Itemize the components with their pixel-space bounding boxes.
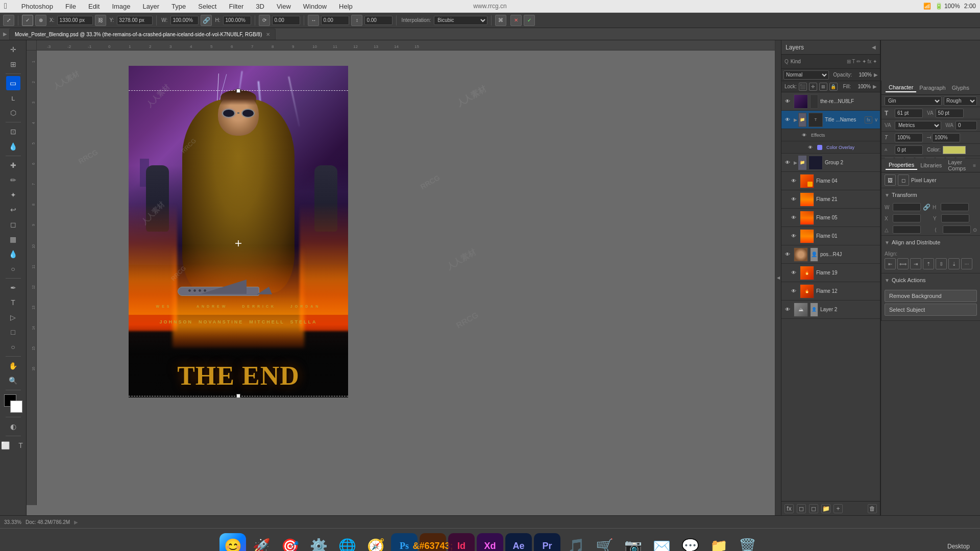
layer-item[interactable]: 👁 Flame 21 [781, 190, 880, 209]
transform-y-input[interactable] [941, 214, 969, 222]
align-hcenter-btn[interactable]: ⟺ [897, 258, 909, 269]
dock-after-effects[interactable]: Ae [505, 533, 532, 552]
add-adjustment-btn[interactable]: ◻ [797, 504, 806, 513]
dock-app-store[interactable]: 🛒 [591, 533, 618, 552]
panel-collapse-btn[interactable]: ◀ [775, 40, 781, 515]
active-tab[interactable]: Movie_Poster_Blending.psd @ 33.3% (the-r… [9, 29, 276, 40]
shape-tool[interactable]: □ [6, 325, 20, 339]
delete-layer-btn[interactable]: 🗑 [868, 504, 877, 513]
move-tool[interactable]: ✛ [6, 42, 20, 57]
menu-layer[interactable]: Layer [141, 3, 162, 10]
eye-visibility-btn[interactable]: 👁 [790, 214, 798, 222]
layer-item[interactable]: 👁 ▶ 📁 Group 2 [781, 154, 880, 172]
reset-transform-btn[interactable]: ⊙ [973, 227, 977, 233]
scale-h-input[interactable] [895, 133, 923, 142]
char-tab-paragraph[interactable]: Paragraph [916, 84, 948, 92]
align-vcenter-btn[interactable]: ⇳ [936, 258, 947, 269]
dock-premiere[interactable]: Pr [534, 533, 560, 552]
layer-item[interactable]: 👁 🔥 Flame 12 [781, 282, 880, 300]
font-style-select[interactable]: Rough Regular Bold [944, 96, 977, 106]
transform-skew-input[interactable] [943, 226, 971, 234]
dock-finder-2[interactable]: 📁 [705, 533, 732, 552]
link-xy-btn[interactable]: ⛓ [95, 15, 106, 26]
align-section-header[interactable]: ▼ Align and Distribute [881, 236, 980, 249]
artboard-tool[interactable]: ⊞ [6, 57, 20, 71]
eraser-tool[interactable]: ◻ [6, 217, 20, 232]
dodge-tool[interactable]: ○ [6, 262, 20, 276]
dock-system-prefs[interactable]: ⚙️ [305, 533, 332, 552]
menu-window[interactable]: Window [301, 3, 329, 10]
dock-illustrator[interactable]: &#63743; [420, 533, 446, 552]
gradient-tool[interactable]: ▦ [6, 232, 20, 246]
dock-mission-control[interactable]: 🎯 [277, 533, 303, 552]
align-right-btn[interactable]: ⇥ [910, 258, 921, 269]
dock-trash[interactable]: 🗑️ [734, 533, 761, 552]
color-overlay-eye[interactable]: 👁 [808, 145, 815, 150]
align-top-btn[interactable]: ⇡ [923, 258, 934, 269]
metrics-select[interactable]: Metrics Optical [895, 121, 941, 130]
skew-v-input[interactable] [364, 16, 393, 25]
layer-item[interactable]: 👁 👤 pos...R4J [781, 245, 880, 264]
rotation-input[interactable] [272, 16, 300, 25]
layer-item[interactable]: 👁 Flame 04 [781, 172, 880, 190]
marquee-tool[interactable]: ▭ [6, 76, 20, 90]
eye-visibility-btn[interactable]: 👁 [790, 287, 798, 295]
warp-btn[interactable]: ⌘ [495, 15, 506, 26]
create-layer-btn[interactable]: + [834, 504, 843, 513]
lock-all-btn[interactable]: 🔒 [829, 83, 838, 91]
layer-expand-toggle[interactable]: ∨ [874, 117, 878, 122]
dock-launchpad[interactable]: 🚀 [248, 533, 275, 552]
baseline-input[interactable] [895, 145, 923, 155]
w-input[interactable] [170, 16, 199, 25]
screen-mode-btn[interactable]: ⬜ [0, 438, 13, 453]
scale-v-input[interactable] [932, 133, 960, 142]
apple-menu[interactable]:  [4, 2, 7, 11]
h-input[interactable] [223, 16, 251, 25]
eye-visibility-btn[interactable]: 👁 [783, 97, 792, 106]
props-collapse-btn[interactable]: ≡ [973, 163, 976, 168]
dock-spotify[interactable]: 🎵 [562, 533, 589, 552]
layer-item[interactable]: 👁 Flame 01 [781, 227, 880, 245]
layer-item[interactable]: 👁 ⛰ 👤 Layer 2 [781, 300, 880, 319]
background-color[interactable] [10, 400, 22, 413]
dock-mail[interactable]: ✉️ [648, 533, 675, 552]
menu-edit[interactable]: Edit [86, 3, 102, 10]
canvas-content[interactable]: WES ANDREW DERRICK JORDAN JOHNSON NOVANS… [37, 51, 775, 505]
kerning-input[interactable] [955, 121, 977, 130]
layers-filter-icons[interactable]: ⊞ T ✏ ✦ fx ✦ [847, 59, 877, 64]
stamp-tool[interactable]: ✦ [6, 188, 20, 202]
confirm-transform-btn[interactable]: ✓ [524, 15, 535, 26]
lock-pixels-btn[interactable]: ⬛ [799, 83, 807, 91]
eye-visibility-btn[interactable]: 👁 [783, 251, 792, 259]
dock-indesign[interactable]: Id [448, 533, 475, 552]
path-tool[interactable]: ▷ [6, 310, 20, 324]
remove-background-btn[interactable]: Remove Background [885, 290, 977, 302]
dock-messages[interactable]: 💬 [677, 533, 703, 552]
pixel-layer-img-icon[interactable]: 🖼 [885, 174, 896, 186]
char-tab-character[interactable]: Character [886, 83, 916, 92]
eye-visibility-btn[interactable]: 👁 [783, 159, 792, 167]
menu-photoshop[interactable]: Photoshop [19, 3, 55, 10]
add-fx-btn[interactable]: fx [785, 504, 794, 513]
eye-visibility-btn[interactable]: 👁 [783, 306, 792, 314]
lock-artboard-btn[interactable]: ⊞ [819, 83, 827, 91]
y-input[interactable] [117, 16, 153, 25]
type-tool[interactable]: T [6, 295, 20, 310]
eye-visibility-btn[interactable]: 👁 [783, 116, 792, 124]
dock-xd[interactable]: Xd [477, 533, 503, 552]
eye-visibility-btn[interactable]: 👁 [790, 177, 798, 185]
align-more-btn[interactable]: ··· [961, 258, 972, 269]
props-tab-layercomps[interactable]: Layer Comps [945, 158, 973, 172]
close-tab-icon[interactable]: ✕ [266, 32, 270, 37]
transform-w-input[interactable] [893, 203, 921, 211]
crop-tool[interactable]: ⊡ [6, 124, 20, 139]
layer-fx-btn[interactable]: fx [865, 116, 872, 123]
dock-safari[interactable]: 🧭 [362, 533, 389, 552]
brush-tool[interactable]: ✏ [6, 173, 20, 187]
transform-section-header[interactable]: ▼ Transform [881, 188, 980, 202]
transform-x-input[interactable] [893, 214, 921, 222]
menu-type[interactable]: Type [169, 3, 188, 10]
eyedropper-tool[interactable]: 💧 [6, 139, 20, 154]
group-expand-arrow[interactable]: ▶ [794, 117, 797, 122]
link-icon[interactable]: 🔗 [923, 204, 930, 211]
